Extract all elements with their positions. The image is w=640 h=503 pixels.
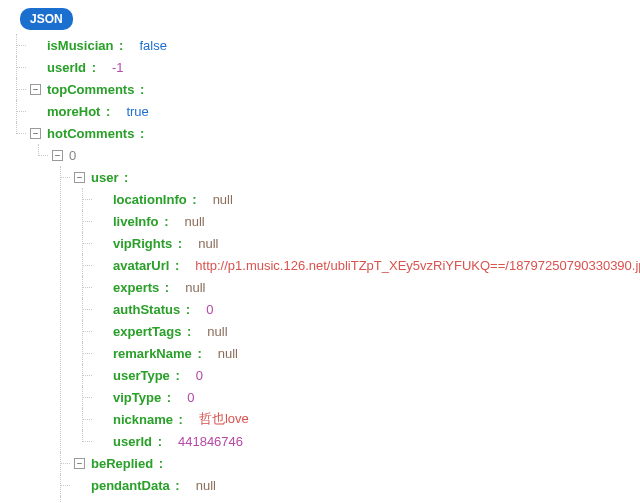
collapse-icon[interactable]: − <box>74 458 85 469</box>
tree-key: avatarUrl : <box>113 258 179 273</box>
tree-key: vipType : <box>113 390 171 405</box>
tree-node: authStatus :0 <box>74 298 640 320</box>
tree-node: −topComments : <box>8 78 640 100</box>
tree-key: experts : <box>113 280 169 295</box>
tree-value: null <box>243 500 263 504</box>
tree-value: true <box>126 104 148 119</box>
tree-value: false <box>139 38 166 53</box>
tree-row: vipType :0 <box>96 386 640 408</box>
collapse-icon[interactable]: − <box>52 150 63 161</box>
tree-row: expertTags :null <box>96 320 640 342</box>
tree-value: null <box>184 214 204 229</box>
tree-node: pendantData :null <box>52 474 640 496</box>
tree-row: −beReplied : <box>74 452 640 474</box>
tree-node: liveInfo :null <box>74 210 640 232</box>
tree-row: userId :-1 <box>30 56 640 78</box>
tree-row: −0 <box>52 144 640 166</box>
tree-value: null <box>196 478 216 493</box>
tree-value: null <box>207 324 227 339</box>
tree-row: −hotComments : <box>30 122 640 144</box>
tree-node: isMusician :false <box>8 34 640 56</box>
tree-row: isMusician :false <box>30 34 640 56</box>
tree-row: authStatus :0 <box>96 298 640 320</box>
tree-key: remarkName : <box>113 346 202 361</box>
tree-key: nickname : <box>113 412 183 427</box>
tree-node: userId :-1 <box>8 56 640 78</box>
tree-node: −user :locationInfo :nullliveInfo :nullv… <box>52 166 640 452</box>
tree-row: −topComments : <box>30 78 640 100</box>
tree-node: showFloorComment :null <box>52 496 640 503</box>
json-badge: JSON <box>20 8 73 30</box>
tree-row: liveInfo :null <box>96 210 640 232</box>
tree-value: 0 <box>206 302 213 317</box>
tree-key: expertTags : <box>113 324 191 339</box>
tree-row: experts :null <box>96 276 640 298</box>
tree-value: null <box>213 192 233 207</box>
tree-row: vipRights :null <box>96 232 640 254</box>
tree-key: beReplied : <box>91 456 163 471</box>
tree-node: −0−user :locationInfo :nullliveInfo :nul… <box>30 144 640 503</box>
tree-value: null <box>185 280 205 295</box>
tree-row: nickname :哲也love <box>96 408 640 430</box>
tree-key: vipRights : <box>113 236 182 251</box>
tree-value: http://p1.music.126.net/ubliTZpT_XEy5vzR… <box>195 258 640 273</box>
tree-node: locationInfo :null <box>74 188 640 210</box>
tree-key: topComments : <box>47 82 144 97</box>
tree-key: hotComments : <box>47 126 144 141</box>
tree-row: pendantData :null <box>74 474 640 496</box>
tree-row: locationInfo :null <box>96 188 640 210</box>
tree-row: avatarUrl :http://p1.music.126.net/ubliT… <box>96 254 640 276</box>
json-root: JSON <box>8 8 640 30</box>
tree-row: remarkName :null <box>96 342 640 364</box>
collapse-icon[interactable]: − <box>30 128 41 139</box>
tree-key: userType : <box>113 368 180 383</box>
tree-key: showFloorComment : <box>91 500 227 504</box>
tree-key: liveInfo : <box>113 214 168 229</box>
tree-row: −user : <box>74 166 640 188</box>
tree-node: vipType :0 <box>74 386 640 408</box>
tree-index: 0 <box>69 148 76 163</box>
collapse-icon[interactable]: − <box>74 172 85 183</box>
tree-key: user : <box>91 170 128 185</box>
tree-key: userId : <box>113 434 162 449</box>
tree-row: showFloorComment :null <box>74 496 640 503</box>
tree-row: userType :0 <box>96 364 640 386</box>
tree-value: 0 <box>196 368 203 383</box>
tree-node: userType :0 <box>74 364 640 386</box>
tree-key: authStatus : <box>113 302 190 317</box>
tree-value: -1 <box>112 60 124 75</box>
tree-key: userId : <box>47 60 96 75</box>
collapse-icon[interactable]: − <box>30 84 41 95</box>
tree-node: −beReplied : <box>52 452 640 474</box>
tree-value: 441846746 <box>178 434 243 449</box>
tree-node: −hotComments :−0−user :locationInfo :nul… <box>8 122 640 503</box>
tree-value: null <box>218 346 238 361</box>
tree-node: vipRights :null <box>74 232 640 254</box>
tree-node: experts :null <box>74 276 640 298</box>
tree-key: pendantData : <box>91 478 180 493</box>
tree-key: moreHot : <box>47 104 110 119</box>
tree-node: remarkName :null <box>74 342 640 364</box>
tree-value: null <box>198 236 218 251</box>
tree-node: userId :441846746 <box>74 430 640 452</box>
tree-node: avatarUrl :http://p1.music.126.net/ubliT… <box>74 254 640 276</box>
tree-row: moreHot :true <box>30 100 640 122</box>
tree-value: 0 <box>187 390 194 405</box>
tree-row: userId :441846746 <box>96 430 640 452</box>
json-tree: isMusician :falseuserId :-1−topComments … <box>8 34 640 503</box>
tree-key: isMusician : <box>47 38 123 53</box>
tree-node: moreHot :true <box>8 100 640 122</box>
tree-node: expertTags :null <box>74 320 640 342</box>
tree-key: locationInfo : <box>113 192 197 207</box>
tree-value: 哲也love <box>199 410 249 428</box>
tree-node: nickname :哲也love <box>74 408 640 430</box>
